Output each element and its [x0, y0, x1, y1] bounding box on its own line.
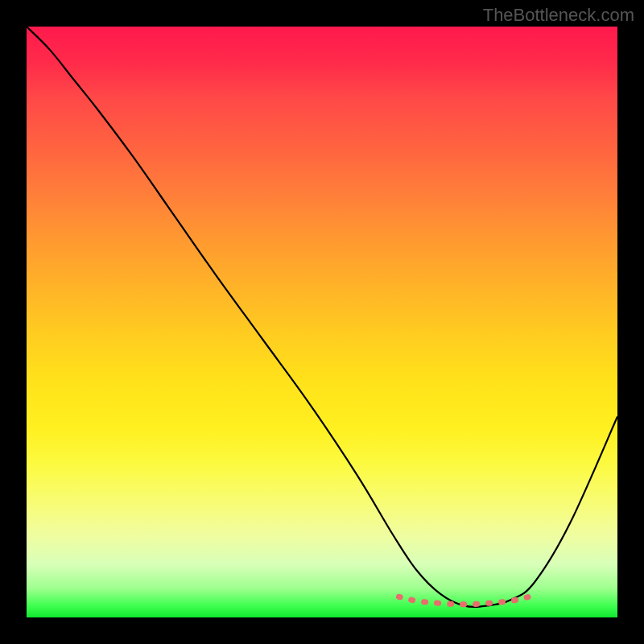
bottleneck-curve-line [27, 27, 617, 607]
watermark-text: TheBottleneck.com [483, 5, 634, 26]
plot-area [27, 27, 617, 617]
chart-svg [27, 27, 617, 617]
